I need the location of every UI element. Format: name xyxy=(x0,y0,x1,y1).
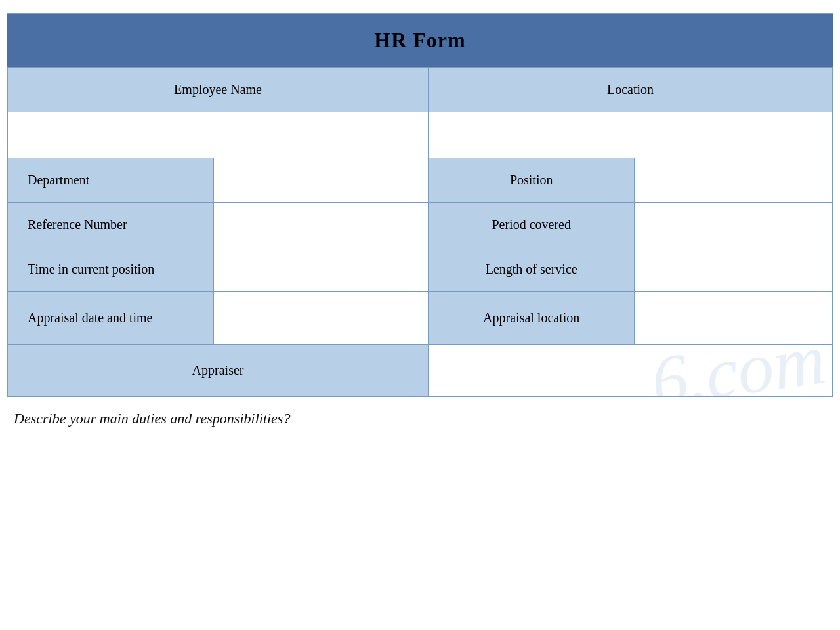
reference-number-label: Reference Number xyxy=(8,203,214,247)
page-wrapper: HR Form Employee Name Location Departmen… xyxy=(0,0,840,448)
appraisal-location-value[interactable] xyxy=(635,292,833,345)
position-value[interactable] xyxy=(635,158,833,203)
form-container: HR Form Employee Name Location Departmen… xyxy=(7,13,833,434)
reference-period-row: Reference Number Period covered xyxy=(8,203,833,247)
period-covered-value[interactable] xyxy=(635,203,833,247)
length-of-service-value[interactable] xyxy=(635,247,833,292)
appraiser-row: Appraiser 6.com xyxy=(8,345,833,397)
watermark-2: 6.com xyxy=(647,345,830,397)
department-position-row: Department Position xyxy=(8,158,833,203)
employee-name-value[interactable] xyxy=(8,112,429,158)
appraisal-date-value[interactable] xyxy=(214,292,429,345)
length-of-service-label: Length of service xyxy=(429,247,635,292)
reference-number-value[interactable] xyxy=(214,203,429,247)
form-title: HR Form xyxy=(7,14,833,67)
time-in-current-position-label: Time in current position xyxy=(8,247,214,292)
location-value[interactable] xyxy=(429,112,833,158)
form-table: Employee Name Location Department Positi… xyxy=(7,67,833,397)
footer-question: Describe your main duties and responsibi… xyxy=(14,410,290,427)
appraisal-date-location-row: Appraisal date and time Appraisal locati… xyxy=(8,292,833,345)
appraisal-location-label: Appraisal location xyxy=(429,292,635,345)
location-label: Location xyxy=(429,68,833,112)
position-label: Position xyxy=(429,158,635,203)
appraiser-label: Appraiser xyxy=(8,345,429,397)
time-length-row: Time in current position Length of servi… xyxy=(8,247,833,292)
employee-name-label: Employee Name xyxy=(8,68,429,112)
department-label: Department xyxy=(8,158,214,203)
period-covered-label: Period covered xyxy=(429,203,635,247)
employee-name-location-value-row xyxy=(8,112,833,158)
appraiser-value[interactable]: 6.com xyxy=(429,345,833,397)
department-value[interactable] xyxy=(214,158,429,203)
footer-question-section: Describe your main duties and responsibi… xyxy=(7,397,833,434)
time-in-current-position-value[interactable] xyxy=(214,247,429,292)
appraisal-date-label: Appraisal date and time xyxy=(8,292,214,345)
employee-name-location-header-row: Employee Name Location xyxy=(8,68,833,112)
